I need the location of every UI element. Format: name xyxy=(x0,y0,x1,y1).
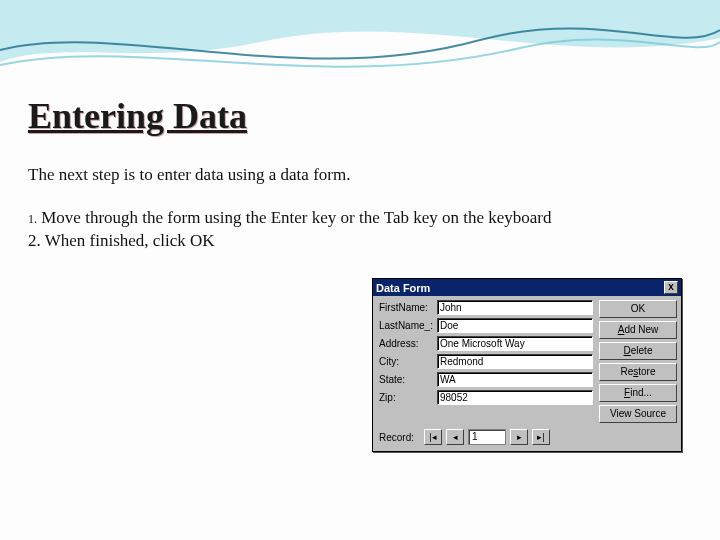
field-row-city: City: Redmond xyxy=(379,354,593,369)
field-label: FirstName: xyxy=(379,302,433,313)
slide-intro-text: The next step is to enter data using a d… xyxy=(28,165,692,185)
record-navigation: Record: |◂ ◂ 1 ▸ ▸| xyxy=(373,425,681,451)
field-label: City: xyxy=(379,356,433,367)
data-form-title: Data Form xyxy=(376,282,430,294)
add-new-button[interactable]: Add New xyxy=(599,321,677,339)
data-form-body: FirstName: John LastName_: Doe Address: … xyxy=(373,296,681,425)
data-form-fields: FirstName: John LastName_: Doe Address: … xyxy=(379,300,593,423)
field-row-address: Address: One Microsoft Way xyxy=(379,336,593,351)
field-label: Address: xyxy=(379,338,433,349)
find-button[interactable]: Find... xyxy=(599,384,677,402)
slide-title: Entering Data xyxy=(28,95,692,137)
data-form-buttons: OK Add New Delete Restore Find... View S… xyxy=(599,300,677,423)
data-form-window: Data Form x FirstName: John LastName_: D… xyxy=(372,278,682,452)
field-label: LastName_: xyxy=(379,320,433,331)
field-row-zip: Zip: 98052 xyxy=(379,390,593,405)
record-last-button[interactable]: ▸| xyxy=(532,429,550,445)
lastname-input[interactable]: Doe xyxy=(437,318,593,333)
state-input[interactable]: WA xyxy=(437,372,593,387)
step-1-text: Move through the form using the Enter ke… xyxy=(37,208,552,227)
restore-button[interactable]: Restore xyxy=(599,363,677,381)
zip-input[interactable]: 98052 xyxy=(437,390,593,405)
record-number-input[interactable]: 1 xyxy=(468,429,506,445)
step-2-text: 2. When finished, click OK xyxy=(28,231,215,250)
record-first-button[interactable]: |◂ xyxy=(424,429,442,445)
delete-button[interactable]: Delete xyxy=(599,342,677,360)
field-row-state: State: WA xyxy=(379,372,593,387)
field-label: State: xyxy=(379,374,433,385)
view-source-button[interactable]: View Source xyxy=(599,405,677,423)
firstname-input[interactable]: John xyxy=(437,300,593,315)
city-input[interactable]: Redmond xyxy=(437,354,593,369)
field-label: Zip: xyxy=(379,392,433,403)
slide-steps: 1. Move through the form using the Enter… xyxy=(28,207,688,253)
field-row-lastname: LastName_: Doe xyxy=(379,318,593,333)
ok-button[interactable]: OK xyxy=(599,300,677,318)
close-button[interactable]: x xyxy=(664,281,678,294)
record-prev-button[interactable]: ◂ xyxy=(446,429,464,445)
field-row-firstname: FirstName: John xyxy=(379,300,593,315)
slide-wave-decoration xyxy=(0,0,720,100)
data-form-titlebar: Data Form x xyxy=(373,279,681,296)
record-label: Record: xyxy=(379,432,414,443)
address-input[interactable]: One Microsoft Way xyxy=(437,336,593,351)
step-1-number: 1. xyxy=(28,212,37,226)
record-next-button[interactable]: ▸ xyxy=(510,429,528,445)
